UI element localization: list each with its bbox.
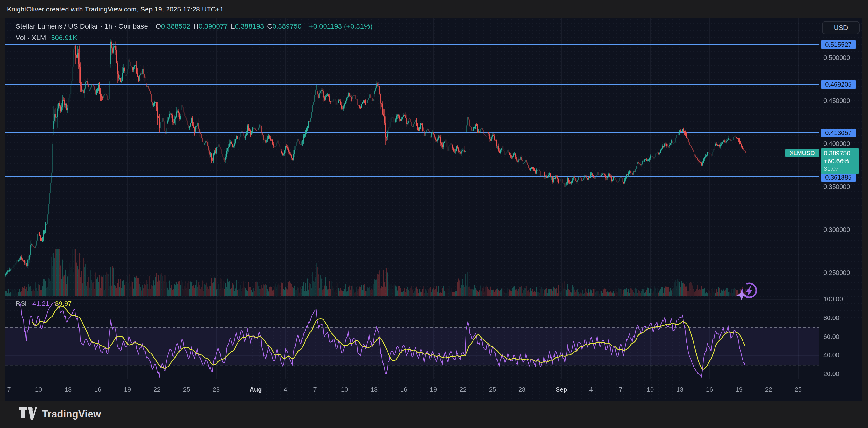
time-axis-label: 13: [364, 386, 384, 393]
time-axis-label: 13: [670, 386, 690, 393]
time-axis-month-label: Aug: [246, 386, 266, 393]
time-axis-label: 22: [758, 386, 779, 393]
current-price-label: 0.389750+60.66%31:07: [820, 148, 859, 174]
price-axis-label: 0.400000: [824, 140, 850, 148]
currency-button[interactable]: USD: [822, 21, 860, 34]
flash-lightning-button[interactable]: [735, 279, 761, 303]
price-axis-label: 0.450000: [824, 97, 850, 104]
symbol-price-tag-label: XLMUSD: [789, 150, 814, 156]
time-axis-label: 10: [640, 386, 660, 393]
pane-legend: Stellar Lumens / US Dollar · 1h · Coinba…: [16, 22, 373, 42]
rsi-value: 41.21: [32, 300, 49, 307]
time-axis-label: 16: [699, 386, 720, 393]
time-axis-label: 10: [334, 386, 355, 393]
tradingview-logo-icon: [19, 407, 38, 422]
rsi-axis-label: 80.00: [824, 314, 839, 322]
ohlc-value: 0.388193: [235, 22, 264, 30]
time-axis-label: 25: [788, 386, 808, 393]
time-axis-label: 16: [88, 386, 108, 393]
attribution-bar: KnightOliver created with TradingView.co…: [0, 0, 868, 18]
tradingview-logo-text: TradingView: [42, 408, 101, 420]
rsi-legend: RSI 41.21 39.97: [16, 300, 72, 307]
currency-button-label: USD: [834, 24, 848, 32]
rsi-title[interactable]: RSI: [16, 300, 27, 307]
price-axis-label: 0.350000: [824, 183, 850, 190]
chart-canvas[interactable]: [5, 18, 862, 401]
symbol-price-tag: XLMUSD: [785, 149, 819, 157]
ohlc-label: H: [194, 22, 199, 30]
time-axis-label: 22: [453, 386, 473, 393]
time-axis-label: 7: [611, 386, 631, 393]
time-axis-label: 28: [512, 386, 532, 393]
time-axis-label: 25: [483, 386, 503, 393]
ohlc-label: C: [267, 22, 272, 30]
time-axis-label: 4: [581, 386, 601, 393]
rsi-ma-value: 39.97: [55, 300, 72, 307]
price-axis-label: 0.500000: [824, 54, 850, 61]
price-axis-label: 0.300000: [824, 226, 850, 234]
price-line-label: 0.469205: [820, 80, 856, 89]
time-axis-label: 10: [28, 386, 49, 393]
ohlc-value: 0.388502: [161, 22, 190, 30]
ohlc-label: O: [156, 22, 161, 30]
lightning-icon: [735, 279, 761, 303]
current-price-value: 0.389750: [824, 149, 859, 157]
chart-widget: Stellar Lumens / US Dollar · 1h · Coinba…: [5, 18, 862, 401]
current-change-percent: +60.66%: [824, 157, 859, 165]
time-axis-label: 13: [58, 386, 78, 393]
time-axis-label: 4: [275, 386, 296, 393]
time-axis-label: 7: [305, 386, 325, 393]
attribution-text: KnightOliver created with TradingView.co…: [7, 5, 223, 13]
rsi-axis-label: 20.00: [824, 370, 839, 378]
price-axis[interactable]: 0.5000000.4500000.4000000.3500000.300000…: [819, 18, 862, 379]
time-axis-month-label: Sep: [551, 386, 571, 393]
time-axis-label: 16: [394, 386, 414, 393]
time-axis-label: 19: [117, 386, 137, 393]
time-axis-label: 25: [177, 386, 197, 393]
price-line-label: 0.413057: [820, 129, 856, 137]
ohlc-value: 0.389750: [272, 22, 302, 30]
symbol-change: +0.001193 (+0.31%): [309, 22, 373, 31]
time-axis-label: 19: [423, 386, 443, 393]
tradingview-logo[interactable]: TradingView: [19, 407, 101, 422]
time-axis-label: 28: [206, 386, 226, 393]
rsi-axis-label: 60.00: [824, 333, 839, 340]
time-axis-label: 22: [147, 386, 167, 393]
time-axis-label: 19: [729, 386, 749, 393]
footer-bar: TradingView: [0, 401, 868, 428]
ohlc-label: L: [231, 22, 235, 30]
price-line-label: 0.361885: [820, 173, 856, 182]
price-line-label: 0.515527: [820, 40, 856, 49]
volume-value: 506.91K: [51, 34, 77, 42]
volume-row: Vol · XLM 506.91K: [16, 34, 373, 42]
time-axis-label: 7: [0, 386, 19, 393]
symbol-row: Stellar Lumens / US Dollar · 1h · Coinba…: [16, 22, 373, 31]
ohlc-value: 0.390077: [199, 22, 228, 30]
bar-countdown: 31:07: [824, 165, 859, 172]
rsi-axis-label: 100.00: [824, 296, 843, 303]
ohlc-values: O0.388502H0.390077L0.388193C0.389750: [153, 22, 302, 31]
volume-label: Vol · XLM: [16, 34, 46, 42]
symbol-title[interactable]: Stellar Lumens / US Dollar · 1h · Coinba…: [16, 22, 148, 31]
time-axis[interactable]: 710131619222528Aug4710131619222528Sep471…: [5, 379, 862, 401]
rsi-axis-label: 40.00: [824, 351, 839, 359]
price-axis-label: 0.250000: [824, 269, 850, 276]
